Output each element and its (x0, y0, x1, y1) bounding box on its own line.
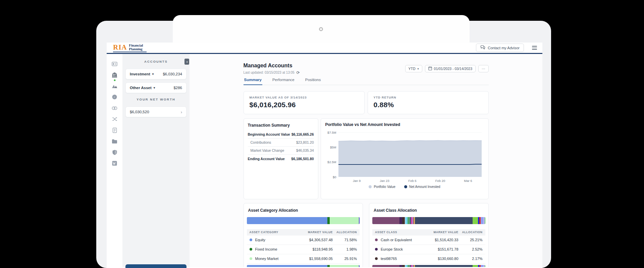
transaction-summary-card: Transaction Summary Beginning Account Va… (244, 118, 318, 199)
x-tick-label: Feb 20 (432, 179, 448, 183)
caret-down-icon: ▾ (152, 72, 154, 76)
bar-segment (247, 265, 328, 267)
series-dot (375, 257, 378, 260)
series-dot (375, 239, 378, 241)
sidebar-item-folder[interactable] (107, 136, 122, 147)
bar-segment (327, 217, 330, 224)
x-tick-label: Mar 6 (460, 179, 476, 183)
bar-segment (402, 217, 405, 224)
legend-dot (404, 185, 407, 188)
asset-category-bar (247, 217, 360, 224)
mockup-stage: RIA Financial Planning Contact my Adviso… (0, 0, 644, 268)
tab-summary[interactable]: Summary (244, 78, 262, 85)
sidebar-item-shield[interactable] (107, 147, 122, 158)
market-value-amount: $6,016,205.96 (250, 101, 359, 109)
withdraw-icon (112, 161, 117, 166)
bar-segment (359, 217, 360, 224)
series-dot (250, 257, 252, 260)
shield-icon (112, 150, 117, 155)
table-row: Cash or Equivalent $1,516,420.33 25.21% (372, 236, 485, 245)
asset-category-bar-partial (247, 265, 360, 267)
sidebar-item-shuffle[interactable] (107, 114, 122, 125)
asset-class-bar (372, 217, 485, 224)
legend-item: Net Amount Invested (404, 185, 440, 189)
date-range-text: 01/01/2023 - 03/14/2023 (434, 67, 472, 71)
mountains-icon (112, 84, 117, 88)
sidebar-item-document[interactable] (107, 125, 122, 136)
id-card-icon (112, 62, 117, 66)
net-worth-value: $6,030,520 (130, 110, 149, 114)
bar-segment (372, 217, 399, 224)
transaction-summary-title: Transaction Summary (248, 123, 314, 128)
table-row: test98765 $130,660.80 2.17% (372, 254, 485, 264)
bar-segment (372, 265, 399, 267)
ytd-return-amount: 0.88% (374, 101, 483, 109)
asset-class-title: Asset Class Allocation (372, 208, 485, 213)
hamburger-menu-icon[interactable] (532, 45, 537, 50)
bar-segment (402, 265, 405, 267)
sidebar-item-bank[interactable] (107, 69, 122, 80)
app-header: RIA Financial Planning Contact my Adviso… (107, 43, 542, 54)
chart-legend: Portfolio ValueNet Amount Invested (321, 185, 488, 189)
main-area: Managed Accounts Last updated: 03/15/202… (190, 54, 542, 267)
contact-advisor-button[interactable]: Contact my Advisor (476, 44, 524, 52)
legend-dot (369, 185, 372, 188)
panel-bottom-button[interactable] (125, 264, 186, 268)
y-tick-label: $5M (323, 145, 336, 149)
caret-down-icon: ▾ (154, 86, 155, 89)
bar-segment (473, 217, 478, 224)
net-worth-title: YOUR NET WORTH (122, 97, 190, 101)
folder-icon (112, 139, 117, 144)
market-value-label: MARKET VALUE AS OF 3/14/2023 (250, 96, 359, 99)
bank-icon (112, 72, 117, 78)
bar-segment (359, 265, 360, 267)
account-item-investment[interactable]: Investment ▾ $6,030,234 (125, 69, 186, 79)
market-value-card: MARKET VALUE AS OF 3/14/2023 $6,016,205.… (244, 91, 365, 114)
series-dot (375, 248, 378, 251)
more-options-button[interactable]: ··· (478, 65, 489, 72)
account-label: Other Asset (130, 86, 152, 90)
sidebar-item-id-card[interactable] (107, 58, 122, 69)
table-row: Ending Account Value $6,186,501.80 (248, 155, 314, 163)
x-tick-label: Jan 23 (376, 179, 393, 183)
sidebar-item-mountains[interactable] (107, 80, 122, 91)
bar-segment (330, 265, 359, 267)
tab-performance[interactable]: Performance (272, 78, 295, 85)
asset-category-allocation-card: Asset Category Allocation ASSET CATEGORY… (244, 203, 363, 267)
linked-rings-icon (112, 106, 117, 110)
portfolio-chart-card: Portfolio Value vs Net Amount Invested $… (321, 118, 489, 199)
y-tick-label: $2.5M (323, 160, 336, 164)
net-worth-card[interactable]: $6,030,520 › (125, 107, 186, 117)
bar-segment (481, 265, 483, 267)
table-header: ASSET CLASS MARKET VALUE ALLOCATION (372, 229, 485, 236)
chart-title: Portfolio Value vs Net Amount Invested (325, 122, 484, 127)
app-window: RIA Financial Planning Contact my Adviso… (107, 43, 542, 268)
tab-positions[interactable]: Positions (305, 78, 322, 85)
caret-down-icon: ▾ (418, 67, 419, 70)
header-right: Contact my Advisor (476, 44, 537, 52)
table-row: Fixed Income $118,948.95 1.98% (247, 245, 360, 254)
bar-segment (415, 217, 473, 224)
tab-bar: Summary Performance Positions (244, 78, 489, 85)
period-dropdown[interactable]: YTD ▾ (405, 65, 422, 72)
ytd-return-card: YTD RETURN 0.88% (368, 91, 489, 114)
date-range-picker[interactable]: 01/01/2023 - 03/14/2023 (425, 65, 476, 72)
brand-logo: RIA Financial Planning (113, 43, 147, 52)
coin-icon: c (112, 94, 117, 99)
sidebar-item-withdraw[interactable] (107, 158, 122, 169)
last-updated-text: Last updated: 03/15/2023 at 13:05 (244, 71, 294, 74)
table-row: Contributions $23,801.20 (248, 139, 314, 147)
sidebar-item-coin[interactable]: c (107, 91, 122, 103)
document-icon (112, 128, 117, 133)
sidebar-item-linked-rings[interactable] (107, 103, 122, 114)
bar-segment (485, 265, 485, 267)
refresh-icon[interactable]: ⟳ (297, 71, 300, 74)
collapse-panel-button[interactable]: ◂ (184, 59, 189, 65)
accounts-panel: ACCOUNTS ◂ Investment ▾ $6,030,234 Other… (122, 54, 190, 267)
y-tick-label: $7.5M (323, 131, 336, 134)
table-row: Market Value Change $46,035.34 (248, 147, 314, 155)
x-tick-label: Feb 6 (404, 179, 421, 183)
account-label: Investment (130, 72, 150, 76)
account-item-other-asset[interactable]: Other Asset ▾ $286 (125, 82, 186, 93)
brand-logo-ria: RIA (113, 44, 127, 51)
